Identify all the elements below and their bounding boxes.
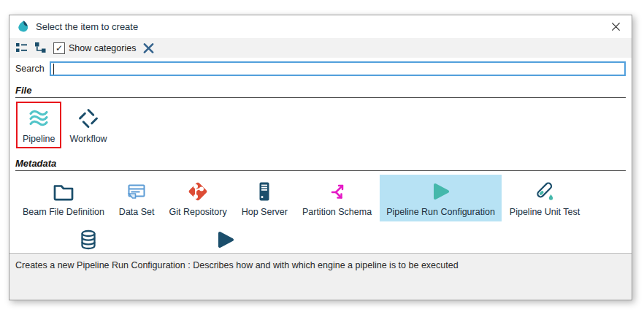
window-close-icon [611,22,621,31]
item-label: Git Repository [169,207,227,217]
item-workflow-run-configuration[interactable]: Workflow Run Configuration [161,223,288,253]
section-metadata: MetadataBeam File DefinitionData SetGit … [15,158,626,253]
window-close-button[interactable] [606,18,625,36]
dialog-titlebar: Select the item to create [9,15,632,38]
item-grid-file: PipelineWorkflow [15,99,626,153]
section-divider [15,97,626,98]
hop-logo-icon [16,20,31,34]
desktop-background: Select the item to create [0,0,644,315]
select-item-dialog: Select the item to create [9,15,632,300]
item-label: Workflow [69,134,107,144]
database-icon [77,228,100,251]
sections-container: FilePipelineWorkflowMetadataBeam File De… [9,79,632,253]
server-icon [253,180,276,203]
section-header-file: File [15,85,626,96]
play-navy-icon [213,228,237,251]
item-label: Partition Schema [302,207,372,217]
tree-view-icon[interactable] [34,42,47,54]
list-view-icon[interactable] [15,42,28,54]
text-caret [53,64,54,75]
dialog-toolbar: ✓ Show categories [9,38,632,58]
item-relational-database-connection[interactable]: Relational Database Connection [16,223,160,253]
section-divider [15,170,626,171]
status-text: Creates a new Pipeline Run Configuration… [15,260,459,270]
item-hop-server[interactable]: Hop Server [235,175,294,221]
checkbox-check-icon: ✓ [53,42,65,54]
play-teal-icon [429,180,452,203]
item-partition-schema[interactable]: Partition Schema [296,175,378,221]
item-workflow[interactable]: Workflow [63,102,113,148]
search-row: Search [9,58,632,79]
show-categories-checkbox[interactable]: ✓ Show categories [53,42,136,54]
item-pipeline-run-configuration[interactable]: Pipeline Run Configuration [380,175,502,221]
dataset-icon [125,180,148,203]
search-input[interactable] [50,61,626,76]
item-label: Pipeline Run Configuration [386,207,495,217]
workflow-icon [77,107,100,130]
item-git-repository[interactable]: Git Repository [163,175,234,221]
item-data-set[interactable]: Data Set [112,175,161,221]
show-categories-label: Show categories [69,43,136,53]
search-box [50,61,626,76]
search-label: Search [15,64,45,74]
unit-test-icon [533,180,556,203]
item-label: Beam File Definition [23,207,104,217]
status-bar: Creates a new Pipeline Run Configuration… [9,253,632,300]
dialog-title: Select the item to create [36,21,138,32]
item-label: Pipeline [23,134,55,144]
item-beam-file-definition[interactable]: Beam File Definition [16,175,111,221]
item-pipeline[interactable]: Pipeline [16,102,61,148]
pipeline-icon [27,107,50,130]
section-file: FilePipelineWorkflow [15,85,626,153]
section-header-metadata: Metadata [15,158,626,169]
folder-icon [52,180,75,203]
item-label: Pipeline Unit Test [510,207,580,217]
clear-x-icon[interactable] [142,42,155,54]
item-label: Data Set [119,207,155,217]
git-icon [186,180,210,203]
partition-icon [326,180,349,203]
item-grid-metadata: Beam File DefinitionData SetGit Reposito… [15,172,626,253]
item-label: Hop Server [242,207,288,217]
item-pipeline-unit-test[interactable]: Pipeline Unit Test [503,175,586,221]
